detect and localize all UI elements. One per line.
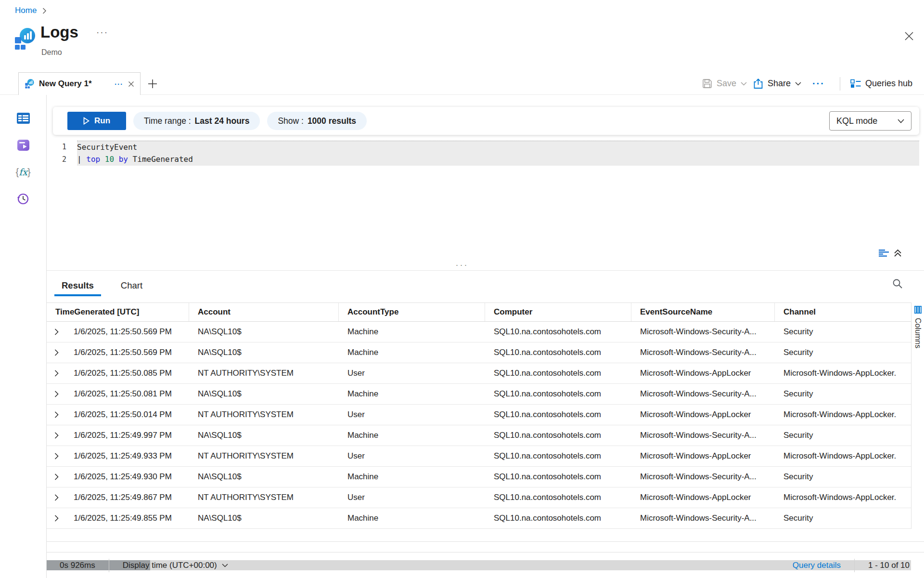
table-row[interactable]: 1/6/2025, 11:25:50.085 PM NT AUTHORITY\S… [47,363,911,384]
query-duration: 0s 926ms [60,561,95,570]
queries-hub-label: Queries hub [865,79,912,89]
status-bar-left: 0s 926ms Display time (UTC+00:00) [60,559,228,572]
table-row[interactable]: 1/6/2025, 11:25:49.933 PM NT AUTHORITY\S… [47,446,911,467]
status-bar-right: Query details 1 - 10 of 10 [793,559,910,572]
save-label: Save [717,79,736,89]
code-line-1[interactable]: 1 SecurityEvent [47,141,919,153]
show-value: 1000 results [308,116,356,126]
sidebar-item-queries[interactable] [0,134,46,156]
logs-logo-icon [13,27,36,51]
share-label: Share [768,79,791,89]
column-header-account[interactable]: Account [189,303,339,321]
row-expand-chevron[interactable] [47,494,66,501]
table-body: 1/6/2025, 11:25:50.569 PM NA\SQL10$ Mach… [47,322,911,529]
tab-more-button[interactable]: ··· [115,80,123,88]
table-row[interactable]: 1/6/2025, 11:25:49.855 PM NA\SQL10$ Mach… [47,508,911,529]
page-title-more-button[interactable]: ··· [96,27,108,38]
query-toolbar: Run Time range : Last 24 hours Show : 10… [53,107,919,135]
line-number-2: 2 [47,153,77,166]
kql-mode-dropdown[interactable]: KQL mode [829,111,911,131]
column-header-channel[interactable]: Channel [775,303,911,321]
breadcrumb: Home [15,6,47,15]
sidebar-item-tables[interactable] [0,107,46,129]
column-header-accounttype[interactable]: AccountType [339,303,485,321]
sidebar: {fx} [0,95,47,578]
new-tab-plus-icon[interactable] [147,72,158,95]
more-actions-button[interactable]: ··· [808,78,830,89]
table-row[interactable]: 1/6/2025, 11:25:49.930 PM NA\SQL10$ Mach… [47,467,911,487]
results-tabs: Results Chart [47,271,924,296]
column-header-computer[interactable]: Computer [485,303,631,321]
kql-mode-label: KQL mode [836,116,877,126]
row-expand-chevron[interactable] [47,453,66,460]
tab-logs-icon [25,79,34,89]
page-subtitle: Demo [41,48,62,57]
status-bar: 0s 926ms Display time (UTC+00:00) Query … [47,552,924,578]
column-header-timegenerated[interactable]: TimeGenerated [UTC] [47,303,189,321]
row-expand-chevron[interactable] [47,370,66,377]
editor-tools [879,249,902,257]
tab-new-query-1[interactable]: New Query 1* ··· [18,72,141,95]
collapse-editor-icon[interactable] [894,249,902,257]
tab-results[interactable]: Results [54,280,101,296]
columns-side-panel[interactable]: Columns [911,302,924,529]
query-history-icon [17,193,29,205]
display-time-label: Display time (UTC+00:00) [123,561,217,570]
queries-hub-button[interactable]: Queries hub [850,79,912,89]
show-label: Show : [278,116,304,126]
columns-panel-label: Columns [913,318,922,348]
table-row[interactable]: 1/6/2025, 11:25:49.867 PM NT AUTHORITY\S… [47,487,911,508]
results-grid: TimeGenerated [UTC] Account AccountType … [47,302,911,529]
format-query-icon[interactable] [879,250,889,257]
save-button[interactable]: Save [702,79,747,89]
table-row[interactable]: 1/6/2025, 11:25:50.014 PM NT AUTHORITY\S… [47,405,911,425]
time-range-picker[interactable]: Time range : Last 24 hours [133,112,260,130]
row-expand-chevron[interactable] [47,328,66,335]
sidebar-item-query-history[interactable] [0,188,46,210]
share-button[interactable]: Share [753,79,801,89]
status-divider [109,559,109,572]
query-details-link[interactable]: Query details [793,561,841,570]
time-range-label: Time range : [144,116,191,126]
table-row[interactable]: 1/6/2025, 11:25:49.997 PM NA\SQL10$ Mach… [47,425,911,446]
show-results-picker[interactable]: Show : 1000 results [267,112,367,130]
row-expand-chevron[interactable] [47,391,66,397]
display-time-chevron-down-icon [222,564,228,567]
tab-close-icon[interactable] [128,81,134,87]
query-editor[interactable]: 1 SecurityEvent 2 | top 10 by TimeGenera… [47,141,919,256]
page-title: Logs [40,23,78,41]
tab-label: New Query 1* [39,79,110,89]
example-queries-icon [17,139,30,151]
close-icon[interactable] [903,30,915,42]
table-row[interactable]: 1/6/2025, 11:25:50.569 PM NA\SQL10$ Mach… [47,322,911,342]
share-icon [753,79,763,89]
run-label: Run [94,116,110,126]
row-expand-chevron[interactable] [47,411,66,418]
row-expand-chevron[interactable] [47,515,66,522]
table-row[interactable]: 1/6/2025, 11:25:50.081 PM NA\SQL10$ Mach… [47,384,911,405]
code-line-2[interactable]: 2 | top 10 by TimeGenerated [47,153,919,166]
search-icon[interactable] [892,278,903,289]
queries-hub-icon [850,79,861,88]
display-time-dropdown[interactable]: Display time (UTC+00:00) [123,561,228,570]
logs-query-page: Home Logs ··· Demo [0,0,924,578]
sidebar-item-functions[interactable]: {fx} [0,161,46,183]
breadcrumb-home-link[interactable]: Home [15,6,37,15]
result-range: 1 - 10 of 10 [868,561,910,570]
table-row[interactable]: 1/6/2025, 11:25:50.569 PM NA\SQL10$ Mach… [47,342,911,363]
command-bar: Save Share ··· [702,72,912,95]
code-line-1-text[interactable]: SecurityEvent [77,141,919,153]
row-expand-chevron[interactable] [47,432,66,439]
code-line-2-text[interactable]: | top 10 by TimeGenerated [77,153,919,166]
run-button[interactable]: Run [67,112,126,130]
row-expand-chevron[interactable] [47,349,66,356]
kql-mode-chevron-down-icon [898,119,904,123]
results-panel: Results Chart TimeGenerated [UTC] Accoun… [47,270,924,542]
panel-resize-handle[interactable]: ··· [0,260,924,270]
tab-chart[interactable]: Chart [114,280,150,296]
column-header-eventsourcename[interactable]: EventSourceName [631,303,775,321]
functions-fx-icon: {fx} [15,167,30,178]
save-chevron-down-icon [741,82,747,86]
row-expand-chevron[interactable] [47,473,66,480]
status-divider-right [854,559,855,572]
